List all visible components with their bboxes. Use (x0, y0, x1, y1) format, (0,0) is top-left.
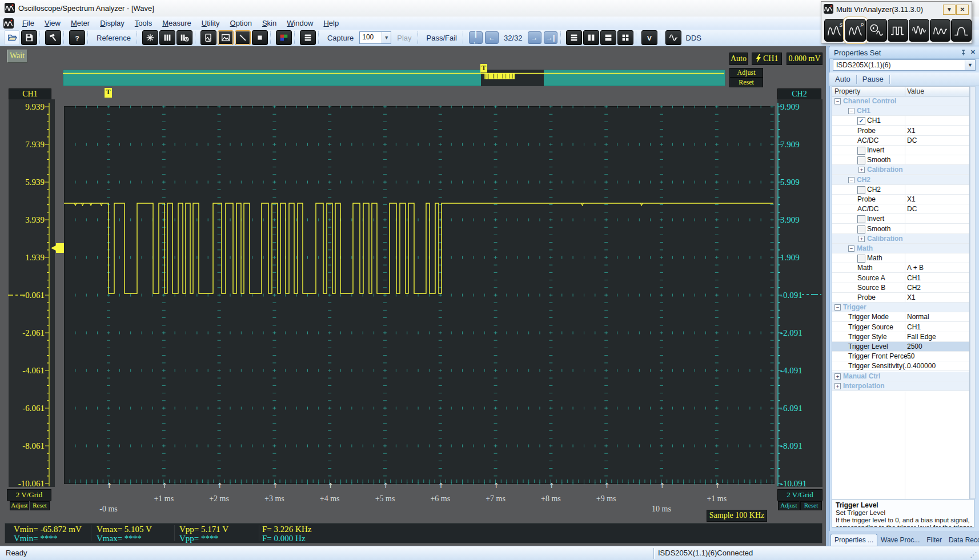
snowflake-button[interactable] (142, 30, 158, 45)
device-select[interactable]: ISDS205X(1.1)(6) ▼ (833, 59, 976, 71)
prop-value[interactable]: X1 (907, 195, 916, 203)
menu-measure[interactable]: Measure (157, 17, 196, 29)
menu-utility[interactable]: Utility (196, 17, 225, 29)
prop-value[interactable]: DC (907, 205, 917, 213)
prop-row-trigger-sensitivity[interactable]: Trigger Sensitivity(...0.400000 (832, 361, 969, 371)
expand-collapse-icon[interactable]: − (848, 108, 854, 114)
prop-row-probe[interactable]: ProbeX1 (832, 126, 969, 136)
tab-filter[interactable]: Filter (923, 534, 945, 546)
chevron-down-icon[interactable]: ▼ (382, 32, 391, 43)
prop-value[interactable]: X1 (907, 127, 916, 135)
prop-row-trigger-style[interactable]: Trigger StyleFall Edge (832, 332, 969, 342)
hammer-button[interactable] (45, 30, 61, 45)
overview-trigger-marker[interactable]: T (480, 64, 487, 72)
checkbox-smooth[interactable] (857, 156, 865, 164)
chevron-down-icon[interactable]: ▼ (965, 60, 975, 70)
tab-properties[interactable]: Properties ... (830, 534, 877, 546)
expand-collapse-icon[interactable]: − (848, 177, 854, 183)
reference-button[interactable]: Reference (93, 34, 135, 42)
column-divider[interactable] (905, 87, 905, 96)
save-button[interactable] (21, 30, 37, 45)
square-button[interactable] (252, 30, 268, 45)
checkbox-smooth[interactable] (857, 225, 865, 233)
prop-value[interactable]: CH1 (907, 274, 921, 282)
auto-button[interactable]: Auto (829, 74, 856, 84)
pause-button[interactable]: Pause (857, 74, 889, 84)
menu-tools[interactable]: Tools (130, 17, 157, 29)
expand-expand-icon[interactable]: + (858, 167, 865, 173)
menu-option[interactable]: Option (225, 17, 257, 29)
analyzer-mode-meter-wave[interactable] (866, 19, 887, 42)
prop-row-math[interactable]: MathA + B (832, 263, 969, 273)
nav-next-button[interactable]: → (528, 31, 541, 44)
expand-collapse-icon[interactable]: − (834, 98, 841, 104)
prop-row-interpolation[interactable]: +Interpolation (832, 381, 969, 391)
v-button[interactable]: V (641, 30, 657, 45)
layout-2col-button[interactable] (583, 30, 599, 45)
ch2-adjust-button[interactable]: Adjust (778, 501, 800, 510)
collapse-chevron-icon[interactable]: ▼ (943, 5, 956, 15)
nav-last-button[interactable]: →| (544, 31, 557, 44)
diagonal-line-button[interactable] (235, 30, 251, 45)
tag-wave-button[interactable] (200, 30, 216, 45)
prop-value[interactable]: 2500 (907, 343, 922, 350)
prop-row-ch2[interactable]: −CH2 (832, 175, 969, 185)
close-icon[interactable]: ✕ (970, 49, 976, 56)
nav-first-button[interactable]: |← (469, 31, 483, 44)
expand-collapse-icon[interactable]: − (848, 245, 854, 252)
prop-value[interactable]: CH2 (907, 284, 921, 292)
expand-expand-icon[interactable]: + (858, 236, 865, 242)
rgb-button[interactable] (276, 30, 292, 45)
nav-prev-button[interactable]: ← (485, 31, 499, 44)
prop-row-source-a[interactable]: Source ACH1 (832, 273, 969, 283)
checkbox-ch2[interactable] (857, 186, 865, 194)
play-button[interactable]: Play (393, 34, 415, 42)
prop-row-trigger-front-perce[interactable]: Trigger Front Perce...50 (832, 352, 969, 361)
prop-row-smooth[interactable]: Smooth (832, 224, 969, 234)
pin-icon[interactable] (960, 50, 966, 56)
prop-row-math[interactable]: Math (832, 253, 969, 263)
ch1-adjust-button[interactable]: Adjust (10, 501, 29, 510)
analyzer-mode-wave-s[interactable]: S (824, 19, 845, 42)
menu-display[interactable]: Display (95, 17, 130, 29)
prop-value[interactable]: DC (907, 136, 917, 144)
prop-row-probe[interactable]: ProbeX1 (832, 293, 969, 303)
prop-row-source-b[interactable]: Source BCH2 (832, 283, 969, 293)
prop-row-ac-dc[interactable]: AC/DCDC (832, 204, 969, 214)
layout-rows-button[interactable] (566, 30, 582, 45)
prop-row-invert[interactable]: Invert (832, 146, 969, 155)
properties-scrollbar[interactable] (970, 86, 976, 499)
menu-meter[interactable]: Meter (66, 17, 95, 29)
trigger-time-marker[interactable]: T (105, 88, 112, 98)
close-icon[interactable]: ✕ (956, 5, 969, 15)
layout-2row-button[interactable] (600, 30, 616, 45)
expand-expand-icon[interactable]: + (834, 383, 841, 389)
prop-row-math[interactable]: −Math (832, 244, 969, 253)
checkbox-invert[interactable] (857, 215, 865, 223)
analyzer-mode-wave-m[interactable] (930, 19, 950, 42)
prop-row-trigger-source[interactable]: Trigger SourceCH1 (832, 323, 969, 332)
menu-view[interactable]: View (39, 17, 66, 29)
ch2-reset-button[interactable]: Reset (800, 501, 822, 510)
menu-help[interactable]: Help (318, 17, 344, 29)
menu-window[interactable]: Window (282, 17, 318, 29)
prop-row-calibration[interactable]: +Calibration (832, 234, 969, 244)
expand-expand-icon[interactable]: + (834, 373, 841, 380)
menu-file[interactable]: File (17, 17, 39, 29)
prop-value[interactable]: Normal (907, 313, 929, 321)
analyzer-mode-burst-wave[interactable] (909, 19, 929, 42)
columns-button[interactable] (159, 30, 175, 45)
menu-skin[interactable]: Skin (257, 17, 282, 29)
passfail-button[interactable]: Pass/Fail (423, 34, 461, 42)
prop-row-ac-dc[interactable]: AC/DCDC (832, 136, 969, 146)
prop-row-trigger[interactable]: −Trigger (832, 303, 969, 312)
prop-row-calibration[interactable]: +Calibration (832, 165, 969, 175)
prop-value[interactable]: Fall Edge (907, 333, 936, 341)
checkbox-math[interactable] (857, 255, 865, 263)
image-button[interactable] (218, 30, 234, 45)
open-folder-button[interactable] (4, 30, 20, 45)
capture-count-value[interactable]: 100 (360, 32, 382, 43)
prop-value[interactable]: A + B (907, 264, 924, 272)
checkbox-ch1[interactable]: ✓ (857, 117, 865, 125)
prop-row-smooth[interactable]: Smooth (832, 155, 969, 165)
